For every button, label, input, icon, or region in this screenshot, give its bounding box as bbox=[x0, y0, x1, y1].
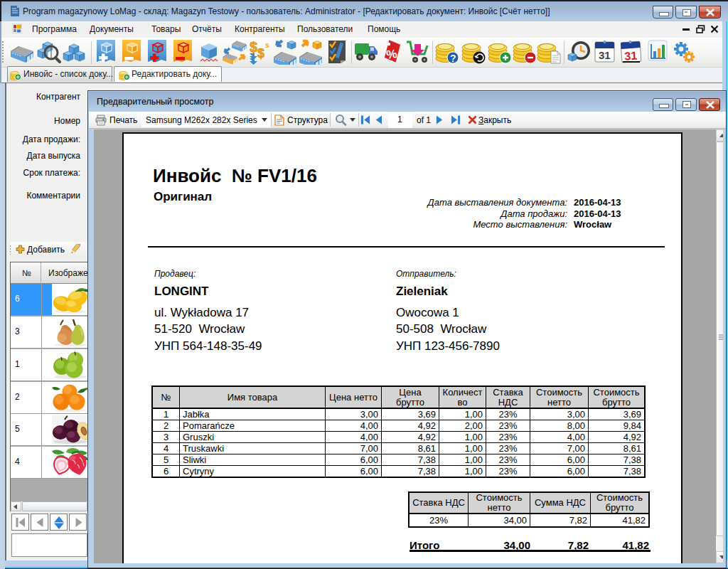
svg-text:31: 31 bbox=[599, 49, 611, 61]
svg-text:31: 31 bbox=[624, 49, 638, 62]
svg-text:$: $ bbox=[250, 39, 257, 55]
svg-text:%: % bbox=[385, 47, 398, 62]
svg-text:s: s bbox=[265, 41, 269, 49]
svg-text:$: $ bbox=[257, 46, 264, 60]
svg-text:?: ? bbox=[450, 53, 456, 64]
